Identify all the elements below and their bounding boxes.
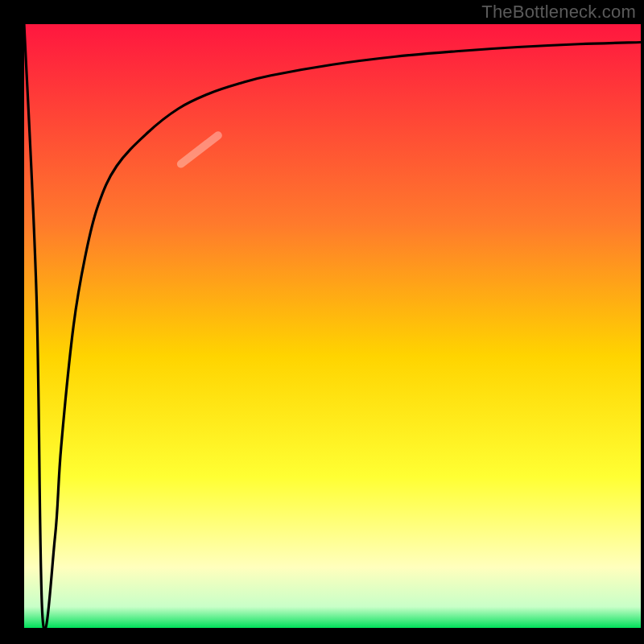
plot-svg	[24, 24, 641, 628]
attribution-label: TheBottleneck.com	[481, 2, 636, 23]
plot-area	[24, 24, 641, 628]
gradient-background	[24, 24, 641, 628]
chart-frame: TheBottleneck.com	[0, 0, 644, 644]
